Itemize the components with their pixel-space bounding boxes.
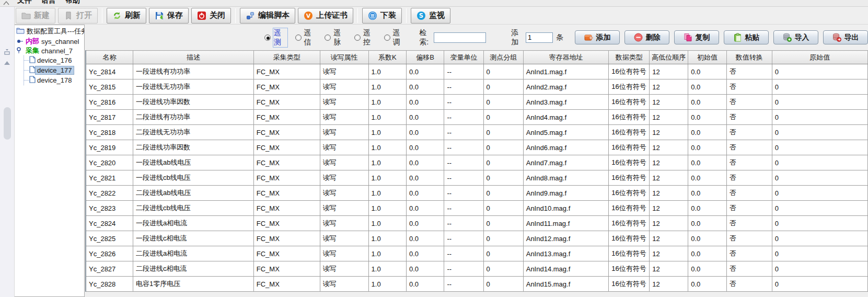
table-cell[interactable]: 12 <box>650 201 688 216</box>
table-cell[interactable]: 读写 <box>320 201 368 216</box>
scroll-up-icon[interactable] <box>4 60 10 67</box>
table-cell[interactable]: 16位有符号 <box>609 155 650 170</box>
table-cell[interactable]: -- <box>444 140 483 155</box>
table-cell[interactable]: FC_MX <box>253 186 320 201</box>
refresh-button[interactable]: 刷新 <box>107 8 146 24</box>
table-cell[interactable]: 一段进线无功功率 <box>133 79 254 95</box>
table-cell[interactable]: 二段进线a相电流 <box>133 246 254 261</box>
table-cell[interactable]: 0.0 <box>688 110 727 125</box>
table-cell[interactable]: 0 <box>772 261 867 277</box>
table-row[interactable]: Yc_2814一段进线有功功率FC_MX读写1.00.0--0AnInd1.ma… <box>86 64 868 79</box>
table-cell[interactable]: 1.0 <box>368 110 406 125</box>
table-cell[interactable]: 12 <box>650 125 688 140</box>
table-cell[interactable]: 16位有符号 <box>609 277 650 292</box>
table-cell[interactable]: 否 <box>726 261 772 277</box>
table-cell[interactable]: 1.0 <box>368 155 406 170</box>
table-row[interactable]: Yc_2827二段进线c相电流FC_MX读写1.00.0--0AnInd14.m… <box>86 261 868 277</box>
table-cell[interactable]: 0.0 <box>688 125 727 140</box>
table-cell[interactable]: 1.0 <box>368 140 406 155</box>
table-cell[interactable]: AnInd7.mag.f <box>523 155 609 170</box>
table-cell[interactable]: 0.0 <box>688 95 727 110</box>
table-cell[interactable]: FC_MX <box>253 155 320 170</box>
copy-row-button[interactable]: 复制 <box>674 30 719 44</box>
table-cell[interactable]: AnInd1.mag.f <box>523 64 609 79</box>
table-cell[interactable]: 读写 <box>320 186 368 201</box>
table-cell[interactable]: 0 <box>483 64 523 79</box>
table-cell[interactable]: FC_MX <box>253 277 320 292</box>
table-cell[interactable]: 0.0 <box>688 79 727 95</box>
table-cell[interactable]: 否 <box>726 95 772 110</box>
table-cell[interactable]: -- <box>444 79 483 95</box>
add-count-input[interactable] <box>526 32 553 43</box>
tree-leaf-device-178[interactable]: device_178 <box>24 75 84 85</box>
table-cell[interactable]: 否 <box>726 277 772 292</box>
export-button[interactable]: 导出 <box>823 30 868 44</box>
paste-row-button[interactable]: 粘贴 <box>724 30 769 44</box>
table-cell[interactable]: 0 <box>483 155 523 170</box>
table-cell[interactable]: 否 <box>726 231 772 246</box>
table-row[interactable]: Yc_2818二段进线无功功率FC_MX读写1.00.0--0AnInd5.ma… <box>86 125 868 140</box>
table-cell[interactable]: 0.0 <box>406 261 444 277</box>
column-header[interactable]: 高低位顺序 <box>650 51 688 64</box>
table-cell[interactable]: Yc_2824 <box>86 216 133 231</box>
column-header[interactable]: 测点分组 <box>483 51 523 64</box>
column-header[interactable]: 寄存器地址 <box>523 51 609 64</box>
table-cell[interactable]: 读写 <box>320 79 368 95</box>
column-header[interactable]: 偏移B <box>406 51 444 64</box>
table-cell[interactable]: Yc_2820 <box>86 155 133 170</box>
import-button[interactable]: 导入 <box>773 30 818 44</box>
table-cell[interactable]: 0 <box>772 140 867 155</box>
table-cell[interactable]: 0.0 <box>688 186 727 201</box>
table-cell[interactable]: 12 <box>650 246 688 261</box>
table-cell[interactable]: Yc_2814 <box>86 64 133 79</box>
table-row[interactable]: Yc_2816一段进线功率因数FC_MX读写1.00.0--0AnInd3.ma… <box>86 95 868 110</box>
table-cell[interactable]: 否 <box>726 79 772 95</box>
table-cell[interactable]: 读写 <box>320 64 368 79</box>
table-cell[interactable]: AnInd11.mag.f <box>523 216 609 231</box>
table-cell[interactable]: 0.0 <box>406 110 444 125</box>
table-cell[interactable]: 1.0 <box>368 216 406 231</box>
table-cell[interactable]: Yc_2817 <box>86 110 133 125</box>
tree-leaf-device-176[interactable]: device_176 <box>24 55 84 65</box>
table-cell[interactable]: FC_MX <box>253 95 320 110</box>
table-row[interactable]: Yc_2817二段进线有功功率FC_MX读写1.00.0--0AnInd4.ma… <box>86 110 868 125</box>
table-row[interactable]: Yc_2815一段进线无功功率FC_MX读写1.00.0--0AnInd2.ma… <box>86 79 868 95</box>
table-cell[interactable]: 1.0 <box>368 246 406 261</box>
table-cell[interactable]: 读写 <box>320 155 368 170</box>
table-cell[interactable]: 二段进线ab线电压 <box>133 186 254 201</box>
table-cell[interactable]: -- <box>444 155 483 170</box>
table-cell[interactable]: 0 <box>483 110 523 125</box>
upload-certificate-button[interactable]: V 上传证书 <box>298 8 353 24</box>
table-cell[interactable]: 0 <box>772 79 867 95</box>
table-cell[interactable]: FC_MX <box>253 79 320 95</box>
column-header[interactable]: 变量单位 <box>444 51 483 64</box>
radio-yaoce[interactable]: 遥测 <box>264 28 287 47</box>
table-cell[interactable]: 否 <box>726 155 772 170</box>
table-cell[interactable]: 二段进线c相电流 <box>133 261 254 277</box>
column-header[interactable]: 数据类型 <box>609 51 650 64</box>
table-row[interactable]: Yc_2820一段进线ab线电压FC_MX读写1.00.0--0AnInd7.m… <box>86 155 868 170</box>
table-cell[interactable]: 1.0 <box>368 231 406 246</box>
table-cell[interactable]: 1.0 <box>368 261 406 277</box>
column-header[interactable]: 读写属性 <box>320 51 368 64</box>
table-cell[interactable]: 0 <box>483 261 523 277</box>
table-cell[interactable]: 否 <box>726 140 772 155</box>
table-cell[interactable]: 12 <box>650 170 688 186</box>
table-cell[interactable]: 0.0 <box>406 95 444 110</box>
table-cell[interactable]: 1.0 <box>368 170 406 186</box>
column-header[interactable]: 采集类型 <box>253 51 320 64</box>
table-cell[interactable]: 1.0 <box>368 95 406 110</box>
table-cell[interactable]: 16位有符号 <box>609 216 650 231</box>
table-cell[interactable]: 0.0 <box>406 125 444 140</box>
table-row[interactable]: Yc_2821一段进线cb线电压FC_MX读写1.00.0--0AnInd8.m… <box>86 170 868 186</box>
table-cell[interactable]: 否 <box>726 201 772 216</box>
table-cell[interactable]: 读写 <box>320 246 368 261</box>
table-cell[interactable]: -- <box>444 246 483 261</box>
table-cell[interactable]: 12 <box>650 95 688 110</box>
table-cell[interactable]: 0 <box>772 95 867 110</box>
table-cell[interactable]: AnInd5.mag.f <box>523 125 609 140</box>
table-cell[interactable]: Yc_2819 <box>86 140 133 155</box>
table-cell[interactable]: AnInd9.mag.f <box>523 186 609 201</box>
table-cell[interactable]: 0.0 <box>406 140 444 155</box>
table-cell[interactable]: FC_MX <box>253 64 320 79</box>
